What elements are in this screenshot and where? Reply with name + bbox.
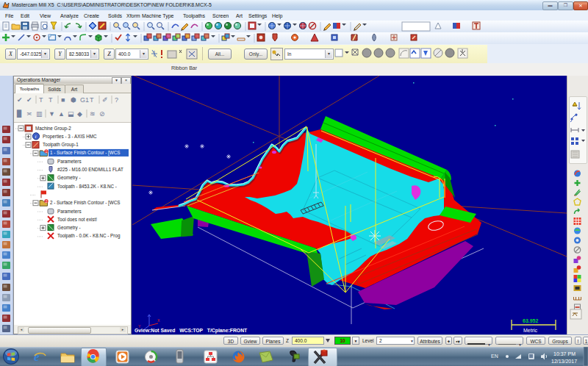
svg-text:▲: ▲ xyxy=(58,110,65,118)
svg-text:Metric: Metric xyxy=(523,328,538,333)
svg-text:▉: ▉ xyxy=(16,110,22,118)
svg-text:63.952: 63.952 xyxy=(523,318,539,323)
svg-text:Parameters: Parameters xyxy=(57,159,82,164)
svg-text:Properties - 3 - AXIS HMC: Properties - 3 - AXIS HMC xyxy=(43,134,97,140)
svg-text:≋: ≋ xyxy=(90,110,96,118)
svg-text:#225 - M16.00 ENDMILL1 FLAT: #225 - M16.00 ENDMILL1 FLAT xyxy=(57,167,123,172)
svg-text:⊘: ⊘ xyxy=(99,110,105,118)
svg-text:T: T xyxy=(39,96,43,104)
svg-text:EN: EN xyxy=(491,354,498,359)
svg-text:Toolpath - 0.0K - K8.NC - Prog: Toolpath - 0.0K - K8.NC - Prog xyxy=(57,233,121,239)
svg-text:Toolpath - 8453.2K - K8.NC -: Toolpath - 8453.2K - K8.NC - xyxy=(57,184,117,190)
svg-text:◆: ◆ xyxy=(77,110,82,118)
svg-text:Gview:Not Saved WCS:TOP T/: Gview:Not Saved WCS:TOP T/Cplane:FRONT xyxy=(135,328,248,334)
svg-text:⬓: ⬓ xyxy=(68,110,74,118)
svg-text:⬢: ⬢ xyxy=(71,96,76,104)
svg-text:2 - Surface Finish Contour - [: 2 - Surface Finish Contour - [WCS xyxy=(50,200,121,206)
svg-text:1 - Surface Finish Contour - [: 1 - Surface Finish Contour - [WCS xyxy=(50,150,121,156)
svg-text:Geometry -: Geometry - xyxy=(57,225,81,231)
svg-text:Toolpath Group-1: Toolpath Group-1 xyxy=(43,142,79,148)
svg-text:≍: ≍ xyxy=(26,110,32,118)
svg-text:G1: G1 xyxy=(80,96,89,104)
svg-text:▥: ▥ xyxy=(36,110,43,118)
svg-text:✔: ✔ xyxy=(17,96,23,104)
svg-text:Tool does not exist!: Tool does not exist! xyxy=(57,217,97,222)
svg-text:■: ■ xyxy=(61,96,65,104)
svg-text:T: T xyxy=(49,96,53,104)
svg-text:T: T xyxy=(90,96,94,104)
svg-text:▼: ▼ xyxy=(49,110,55,118)
svg-text:i: i xyxy=(35,134,36,140)
svg-text:12/13/2017: 12/13/2017 xyxy=(551,359,577,364)
svg-text:?: ? xyxy=(115,96,118,104)
svg-text:✔: ✔ xyxy=(26,96,32,104)
svg-text:Parameters: Parameters xyxy=(57,209,82,214)
svg-text:10:37 PM: 10:37 PM xyxy=(553,351,576,356)
svg-text:✐: ✐ xyxy=(102,96,108,104)
svg-text:Geometry -: Geometry - xyxy=(57,175,81,181)
svg-text:e: e xyxy=(34,350,40,364)
svg-text:Machine Group-2: Machine Group-2 xyxy=(35,126,71,132)
